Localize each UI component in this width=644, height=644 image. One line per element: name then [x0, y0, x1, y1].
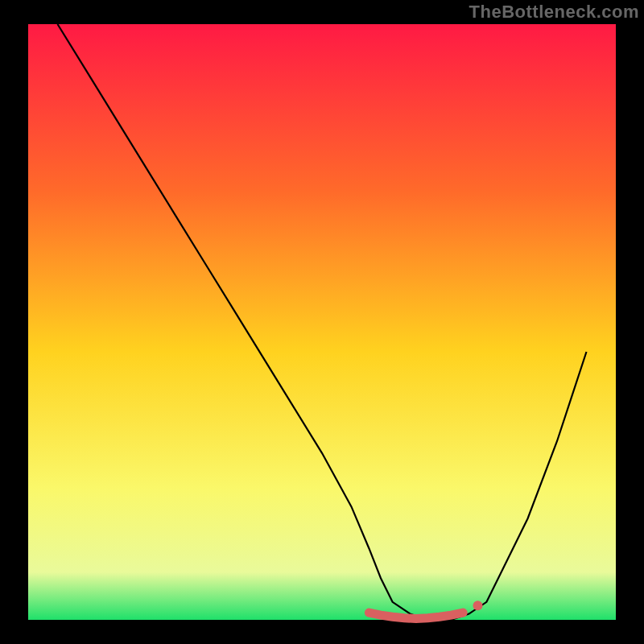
plot-area	[28, 24, 616, 620]
highlight-end-dot	[473, 601, 483, 610]
bottleneck-chart	[0, 0, 644, 644]
attribution-text: TheBottleneck.com	[469, 2, 639, 23]
chart-container: { "attribution": "TheBottleneck.com", "c…	[0, 0, 644, 644]
